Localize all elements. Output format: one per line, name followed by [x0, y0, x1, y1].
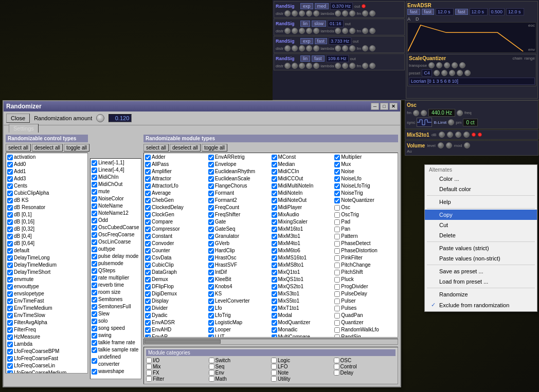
ctrl-type-item-0[interactable]: activation	[7, 154, 87, 161]
mid-ctrl-type-item-10[interactable]: OscFreqCoarse	[91, 231, 140, 238]
ctrl-type-checkbox-7[interactable]	[7, 205, 13, 211]
mid-ctrl-type-checkbox-13[interactable]	[92, 254, 97, 259]
mod-type-item-c1-r2[interactable]: EuclideanRhythm	[208, 168, 271, 175]
ctrl-type-checkbox-27[interactable]	[7, 349, 13, 354]
ctrl-type-checkbox-17[interactable]	[7, 277, 13, 283]
mid-ctrl-type-checkbox-28[interactable]	[92, 369, 97, 375]
sq-knob-p1[interactable]	[441, 70, 447, 76]
mod-type-item-c1-r18[interactable]: Knobs4	[208, 283, 271, 290]
ctrl-type-item-24[interactable]: FilterFreq	[7, 326, 87, 333]
mod-cat-item-4[interactable]: Mix	[146, 364, 208, 369]
mid-ctrl-type-item-26[interactable]: talkie sample rate	[91, 346, 140, 353]
mod-type-cb-c3-r9[interactable]	[334, 219, 340, 225]
ctx-help[interactable]: Help	[425, 197, 537, 207]
mod-type-cb-c2-r10[interactable]	[272, 227, 277, 232]
randsig-knob-2d2[interactable]	[292, 28, 298, 34]
mod-cat-cb-2[interactable]	[271, 358, 277, 363]
randsig-btn-lin-2[interactable]: lin	[300, 21, 310, 27]
mod-type-item-c2-r11[interactable]: MixM3to1	[271, 233, 334, 240]
randsig-knob-3d5[interactable]	[313, 45, 319, 51]
mod-type-item-c0-r0[interactable]: Adder	[145, 154, 208, 161]
ctrl-toggle-all-btn[interactable]: toggle all	[64, 144, 89, 152]
ctx-color[interactable]: Color ...	[425, 174, 537, 184]
mod-cat-item-13[interactable]: Math	[209, 376, 271, 382]
ctrl-type-item-11[interactable]: dB [0,4]	[7, 233, 87, 240]
mid-ctrl-type-item-4[interactable]: mute	[91, 188, 140, 195]
mod-type-cb-c2-r19[interactable]	[272, 291, 277, 297]
mod-type-cb-c1-r13[interactable]	[208, 248, 214, 254]
mod-cat-item-5[interactable]: Seq	[209, 364, 271, 369]
mod-cat-item-7[interactable]: Control	[334, 364, 396, 369]
randsig-knob-2d4[interactable]	[306, 28, 312, 34]
mod-type-item-c0-r22[interactable]: Dyadic	[145, 312, 208, 319]
mod-cat-item-9[interactable]: Env	[209, 370, 271, 376]
mod-type-cb-c3-r13[interactable]	[334, 248, 340, 254]
ctrl-type-item-28[interactable]: LfoFreqCoarseFast	[7, 355, 87, 362]
ctrl-type-checkbox-12[interactable]	[7, 241, 13, 247]
ctrl-type-checkbox-23[interactable]	[7, 320, 13, 326]
ctrl-type-item-23[interactable]: FilterAvgAlpha	[7, 319, 87, 326]
mod-type-cb-c0-r11[interactable]	[145, 234, 151, 239]
close-button[interactable]: Close	[6, 114, 30, 123]
mod-type-cb-c3-r2[interactable]	[334, 169, 340, 175]
ctrl-type-checkbox-28[interactable]	[7, 356, 13, 362]
mod-type-cb-c3-r7[interactable]	[334, 205, 340, 211]
mod-type-item-c3-r11[interactable]: Pattern	[334, 233, 397, 240]
mod-type-cb-c2-r5[interactable]	[272, 191, 277, 196]
randsig-knob-l1[interactable]	[335, 10, 341, 16]
mid-ctrl-type-item-27[interactable]: undefined converter	[91, 353, 140, 368]
mod-type-cb-c2-r15[interactable]	[272, 263, 277, 268]
randsig-knob-4fm2[interactable]	[369, 63, 375, 69]
mod-type-cb-c1-r10[interactable]	[208, 227, 214, 232]
mod-cat-item-3[interactable]: OSC	[334, 358, 396, 363]
mod-type-item-c2-r18[interactable]: MixQS2to1	[271, 283, 334, 290]
mod-type-cb-c3-r11[interactable]	[334, 234, 340, 239]
mod-type-item-c3-r20[interactable]: Pulser	[334, 297, 397, 305]
mid-ctrl-type-checkbox-21[interactable]	[92, 311, 97, 317]
mod-type-item-c2-r17[interactable]: MixQS1to1	[271, 276, 334, 283]
mid-ctrl-type-item-2[interactable]: MidiChIn	[91, 174, 140, 181]
mod-type-cb-c0-r2[interactable]	[145, 169, 151, 175]
mod-cat-item-8[interactable]: FX	[146, 370, 208, 376]
mod-type-cb-c0-r19[interactable]	[145, 291, 151, 297]
mod-type-cb-c1-r11[interactable]	[208, 234, 214, 239]
randsig-knob-fm2[interactable]	[369, 10, 375, 16]
randsig-knob-d3[interactable]	[299, 10, 305, 16]
ctrl-type-checkbox-21[interactable]	[7, 306, 13, 311]
ctrl-type-checkbox-26[interactable]	[7, 342, 13, 347]
randsig-knob-3d2[interactable]	[292, 45, 298, 51]
mod-type-item-c1-r10[interactable]: GateSeq	[208, 226, 271, 233]
mod-type-cb-c1-r21[interactable]	[208, 306, 214, 311]
mod-type-item-c1-r19[interactable]: KS	[208, 290, 271, 297]
mid-ctrl-type-checkbox-1[interactable]	[92, 167, 97, 173]
mod-type-cb-c3-r1[interactable]	[334, 162, 340, 167]
sq-knob-key[interactable]	[434, 70, 440, 76]
mod-type-item-c1-r1[interactable]: Envelope	[208, 161, 271, 168]
mid-ctrl-type-item-23[interactable]: song speed	[91, 325, 140, 332]
mod-type-item-c2-r25[interactable]: MultiCompare	[271, 333, 334, 338]
mid-ctrl-type-item-8[interactable]: Odd	[91, 217, 140, 224]
mix-knob-1[interactable]	[439, 132, 445, 138]
osc-fm-knob2[interactable]	[421, 110, 427, 116]
mod-type-item-c0-r8[interactable]: ClockGen	[145, 211, 208, 218]
ctrl-type-item-9[interactable]: dB [0,16]	[7, 218, 87, 226]
osc-freq-knob[interactable]	[457, 110, 463, 116]
ctrl-type-item-3[interactable]: Add3	[7, 175, 87, 182]
mod-type-item-c2-r5[interactable]: MidiNoteIn	[271, 190, 334, 197]
mid-ctrl-type-checkbox-18[interactable]	[92, 290, 97, 295]
mid-ctrl-type-item-12[interactable]: outtype	[91, 246, 140, 253]
mod-type-item-c1-r16[interactable]: IntDif	[208, 269, 271, 276]
mod-type-cb-c3-r17[interactable]	[334, 277, 340, 283]
mid-ctrl-type-item-0[interactable]: Linear[-1,1]	[91, 159, 140, 166]
mod-type-item-c0-r1[interactable]: AllPass	[145, 161, 208, 168]
mod-type-item-c0-r17[interactable]: Demux	[145, 276, 208, 283]
mod-type-cb-c1-r7[interactable]	[208, 205, 214, 211]
mod-type-item-c0-r4[interactable]: AttractorLfo	[145, 182, 208, 190]
ctrl-type-item-30[interactable]: LfoFreqCoarseMedium	[7, 369, 87, 374]
minimize-button[interactable]: ─	[371, 103, 379, 110]
randsig-knob-2fm1[interactable]	[362, 28, 368, 34]
ctrl-type-checkbox-19[interactable]	[7, 291, 13, 297]
ctrl-type-item-26[interactable]: Lambda	[7, 341, 87, 348]
mod-type-item-c1-r21[interactable]: Lfo	[208, 305, 271, 312]
mid-ctrl-type-item-3[interactable]: MidiChOut	[91, 181, 140, 188]
